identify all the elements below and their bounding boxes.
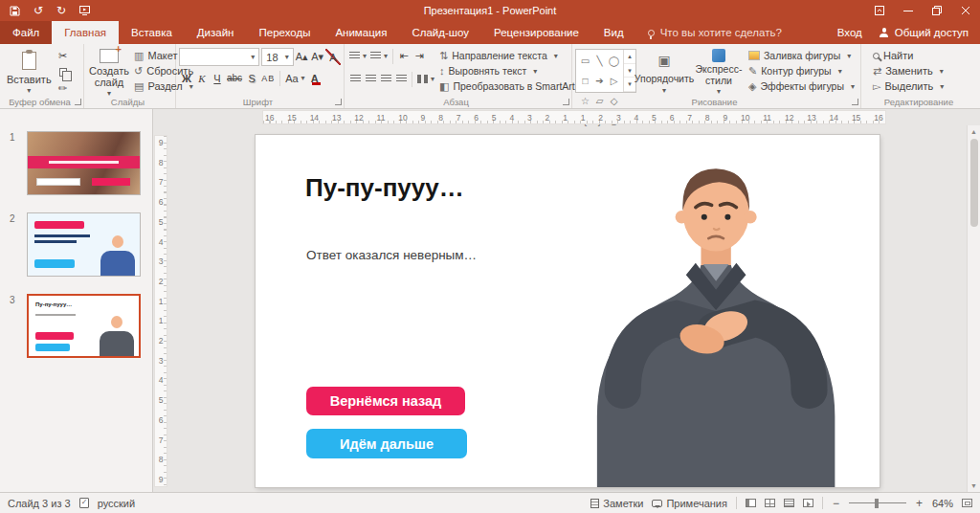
numbering-icon <box>370 52 381 60</box>
save-icon[interactable] <box>10 6 20 16</box>
slide-canvas[interactable]: Пу-пу-пууу… Ответ оказался неверным… Вер… <box>256 135 880 487</box>
ribbon-display-options-button[interactable] <box>865 0 894 21</box>
align-center-button[interactable] <box>363 71 378 87</box>
underline-button[interactable]: Ч <box>210 70 225 86</box>
slideshow-view-button[interactable] <box>803 499 813 507</box>
vertical-ruler[interactable]: 987654321123456789 <box>154 135 167 487</box>
copy-button[interactable] <box>56 65 71 79</box>
align-right-button[interactable] <box>378 71 393 87</box>
tab-review[interactable]: Рецензирование <box>481 21 591 44</box>
next-button-shape[interactable]: Идём дальше <box>306 429 467 458</box>
align-left-button[interactable] <box>347 71 363 87</box>
strikethrough-button[interactable]: abc <box>225 70 244 86</box>
notes-toggle-button[interactable]: Заметки <box>590 498 643 509</box>
shape-outline-button[interactable]: ✎Контур фигуры <box>746 64 858 78</box>
zoom-slider-thumb[interactable] <box>875 499 879 508</box>
character-spacing-button[interactable]: АВ <box>259 70 277 86</box>
vertical-scrollbar[interactable]: ▲ ▼ <box>967 125 980 492</box>
tab-design[interactable]: Дизайн <box>185 21 247 44</box>
convert-smartart-button[interactable]: ◧Преобразовать в SmartArt <box>436 79 589 93</box>
horizontal-ruler[interactable]: 1615141312111098765432112345678910111213… <box>262 110 886 124</box>
slide-thumbnail-1[interactable] <box>27 131 141 195</box>
bullets-button[interactable] <box>347 48 368 64</box>
cut-button[interactable]: ✂ <box>56 49 71 63</box>
grow-font-button[interactable]: А▴ <box>294 49 310 65</box>
share-button[interactable]: Общий доступ <box>880 27 969 38</box>
shapes-gallery-up-button[interactable]: ▴ <box>624 50 635 64</box>
italic-button[interactable]: К <box>194 70 210 86</box>
shapes-grid: ▭╲◯□➔▷☆▱◇{}◡ <box>576 50 623 92</box>
format-painter-button[interactable]: ✏ <box>56 81 71 96</box>
ribbon-group-clipboard: Вставить ✂ ✏ Буфер обмена <box>0 44 84 108</box>
tab-animation[interactable]: Анимация <box>323 21 399 44</box>
undo-icon[interactable]: ↺ <box>33 5 43 16</box>
font-name-combo[interactable] <box>179 48 259 66</box>
scroll-down-arrow[interactable]: ▼ <box>970 480 977 491</box>
slide-thumbnail-3-selected[interactable]: Пу-пу-пууу… <box>27 294 141 358</box>
font-color-button[interactable]: А <box>307 70 323 86</box>
back-button-shape[interactable]: Вернёмся назад <box>306 387 465 415</box>
font-size-combo[interactable]: 18 <box>261 48 293 66</box>
find-button[interactable]: Найти <box>870 49 977 62</box>
start-slideshow-icon[interactable] <box>79 6 90 15</box>
change-case-button[interactable]: Aa <box>283 70 306 86</box>
justify-button[interactable] <box>393 71 409 87</box>
minimize-button[interactable] <box>894 0 923 21</box>
replace-button[interactable]: ⇄Заменить <box>870 64 977 78</box>
tab-transitions[interactable]: Переходы <box>246 21 323 44</box>
tab-home[interactable]: Главная <box>52 21 119 44</box>
numbering-button[interactable] <box>368 48 390 64</box>
spellcheck-icon[interactable] <box>79 498 89 508</box>
tab-slideshow[interactable]: Слайд-шоу <box>399 21 481 44</box>
select-button[interactable]: ▻Выделить <box>870 79 977 93</box>
new-slide-button[interactable]: Создать слайд <box>87 47 131 96</box>
shape-effects-button[interactable]: ◈Эффекты фигуры <box>746 79 858 93</box>
zoom-out-button[interactable]: − <box>832 497 840 510</box>
tab-view[interactable]: Вид <box>591 21 636 44</box>
restore-button[interactable] <box>923 0 951 21</box>
shape-fill-icon <box>748 51 760 60</box>
scroll-up-arrow[interactable]: ▲ <box>970 126 977 137</box>
tellme-box[interactable]: Что вы хотите сделать? <box>636 21 793 44</box>
align-text-button[interactable]: ↕Выровнять текст <box>436 64 589 78</box>
drawing-dialog-launcher[interactable] <box>852 99 858 105</box>
slide-thumbnail-2[interactable] <box>27 212 141 277</box>
clipboard-dialog-launcher[interactable] <box>75 99 81 105</box>
slide-canvas-area[interactable]: Пу-пу-пууу… Ответ оказался неверным… Вер… <box>168 125 967 492</box>
slide-body-text[interactable]: Ответ оказался неверным… <box>306 248 477 262</box>
repeat-icon[interactable]: ↻ <box>56 5 66 16</box>
slide-sorter-view-button[interactable] <box>765 499 775 507</box>
shapes-gallery[interactable]: ▭╲◯□➔▷☆▱◇{}◡ ▴ ▾ ▾ <box>575 49 636 93</box>
man-illustration[interactable] <box>575 157 855 487</box>
decrease-indent-button[interactable]: ⇤ <box>396 48 412 64</box>
clear-formatting-button[interactable]: А <box>325 49 341 65</box>
arrange-button[interactable]: ▣ Упорядочить <box>636 47 692 96</box>
ribbon-group-editing: Найти ⇄Заменить ▻Выделить Редактирование <box>861 44 980 108</box>
shrink-font-button[interactable]: А▾ <box>309 49 325 65</box>
increase-indent-button[interactable]: ⇥ <box>412 48 427 64</box>
zoom-in-button[interactable]: + <box>915 497 924 510</box>
zoom-percentage[interactable]: 64% <box>932 498 953 509</box>
slide-thumbnail-panel: 1 2 3 Пу-пу-п <box>0 109 153 492</box>
tab-file[interactable]: Файл <box>0 21 52 44</box>
fit-slide-to-window-button[interactable] <box>962 499 972 507</box>
text-direction-button[interactable]: ⇅Направление текста <box>436 49 589 62</box>
shape-fill-button[interactable]: Заливка фигуры <box>746 49 858 62</box>
zoom-slider[interactable] <box>849 499 906 508</box>
bold-button[interactable]: Ж <box>179 70 194 86</box>
comments-toggle-button[interactable]: Примечания <box>652 498 727 509</box>
paste-button[interactable]: Вставить <box>3 47 56 96</box>
reading-view-button[interactable] <box>784 499 794 507</box>
normal-view-button[interactable] <box>746 499 756 507</box>
slide-title-text[interactable]: Пу-пу-пууу… <box>305 173 464 203</box>
quick-styles-button[interactable]: Экспресс-стили <box>692 47 746 96</box>
language-indicator[interactable]: русский <box>98 498 135 509</box>
sign-in-link[interactable]: Вход <box>837 27 862 38</box>
tab-insert[interactable]: Вставка <box>119 21 185 44</box>
paragraph-dialog-launcher[interactable] <box>563 99 569 105</box>
font-dialog-launcher[interactable] <box>335 99 342 105</box>
close-button[interactable] <box>951 0 980 21</box>
scrollbar-thumb[interactable] <box>970 139 978 227</box>
columns-button[interactable] <box>415 71 436 87</box>
text-shadow-button[interactable]: S <box>244 70 259 86</box>
